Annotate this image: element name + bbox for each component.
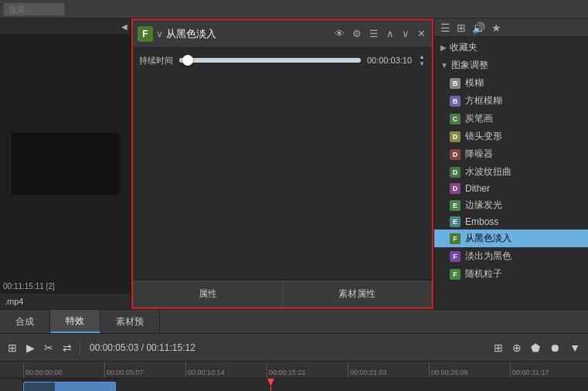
effect-item-label-0: 模糊: [465, 76, 484, 90]
toolbar-mark-btn[interactable]: ⬟: [528, 340, 543, 355]
category-image-arrow: ▼: [440, 61, 448, 70]
effect-title: 从黑色淡入: [166, 27, 330, 41]
effect-dot-8: E: [450, 216, 461, 227]
effect-item-label-9: 从黑色淡入: [465, 232, 512, 245]
tab-composite[interactable]: 合成: [0, 310, 50, 333]
tab-effects[interactable]: 特效: [50, 310, 100, 333]
time-display: 00:00:05:03 / 00:11:15:12: [90, 342, 195, 353]
collapse-button[interactable]: ◀: [121, 22, 127, 31]
category-image-label: 图象调整: [451, 59, 488, 72]
toolbar-record-btn[interactable]: ⏺: [546, 340, 563, 355]
toolbar-dropdown-btn[interactable]: ▼: [566, 340, 583, 355]
effect-dot-6: D: [450, 183, 461, 194]
category-favorites[interactable]: ▶ 收藏夹: [434, 39, 588, 56]
effect-menu-btn[interactable]: ☰: [368, 26, 380, 41]
effect-list-item-8[interactable]: EEmboss: [434, 214, 588, 230]
effects-list: ▶ 收藏夹 ▼ 图象调整 B模糊B方框模糊C炭笔画D镜头变形D降噪器D水波纹扭曲…: [434, 37, 588, 309]
duration-value: 00:00:03:10: [367, 56, 412, 65]
duration-spin-down[interactable]: ▼: [418, 61, 426, 67]
duration-label: 持续时间: [139, 55, 173, 66]
file-name-label: .mp4: [0, 294, 131, 309]
duration-slider-track[interactable]: [179, 58, 361, 63]
effect-list-item-10[interactable]: F淡出为黑色: [434, 247, 588, 265]
bottom-tabs-row: 合成 特效 素材预: [0, 309, 588, 334]
effect-item-label-7: 边缘发光: [465, 199, 502, 212]
playhead[interactable]: [270, 379, 271, 391]
left-panel: ◀ 00:11:15:11 [2] .mp4: [0, 19, 131, 309]
ruler-mark-2: 00:00:10:14: [185, 362, 267, 378]
search-input[interactable]: [3, 2, 65, 16]
effect-item-label-10: 淡出为黑色: [465, 250, 512, 263]
tab-material-properties[interactable]: 素材属性: [283, 280, 433, 308]
effect-settings-btn[interactable]: ⚙: [351, 26, 363, 41]
effect-dot-5: D: [450, 167, 461, 178]
track-lock-label: 🔒: [0, 379, 23, 391]
top-bar: [0, 0, 588, 19]
effect-delete-btn[interactable]: ✕: [416, 26, 427, 41]
effect-badge: F: [138, 26, 153, 42]
effect-dot-3: D: [450, 131, 461, 142]
effect-list-item-4[interactable]: D降噪器: [434, 145, 588, 163]
effect-icons: 👁 ⚙ ☰ ∧ ∨ ✕: [333, 26, 427, 41]
preview-timestamp: 00:11:15:11 [2]: [3, 282, 55, 291]
effect-dot-0: B: [450, 78, 461, 89]
effect-list-item-9[interactable]: F从黑色淡入: [434, 230, 588, 247]
effect-item-label-5: 水波纹扭曲: [465, 165, 512, 178]
tab-material-preview[interactable]: 素材预: [100, 310, 160, 333]
tab-properties[interactable]: 属性: [133, 280, 283, 308]
star-btn[interactable]: ★: [490, 22, 503, 34]
effect-dot-4: D: [450, 149, 461, 160]
effect-item-label-4: 降噪器: [465, 148, 493, 161]
duration-spinbox: ▲ ▼: [418, 54, 426, 67]
effect-list-item-6[interactable]: DDither: [434, 181, 588, 196]
toolbar-select-btn[interactable]: ▶: [23, 340, 38, 355]
ruler-mark-4: 00:00:21:03: [348, 362, 429, 378]
effect-list-item-11[interactable]: F随机粒子: [434, 265, 588, 283]
effect-move-up-btn[interactable]: ∧: [385, 26, 396, 41]
effect-expand-icon[interactable]: ∨: [156, 29, 163, 39]
effect-item-label-11: 随机粒子: [465, 267, 502, 280]
effect-list-item-5[interactable]: D水波纹扭曲: [434, 163, 588, 181]
category-favorites-label: 收藏夹: [450, 41, 478, 54]
effect-overlay-clip[interactable]: [23, 382, 116, 391]
effect-list-item-2[interactable]: C炭笔画: [434, 110, 588, 128]
duration-slider-thumb[interactable]: [182, 55, 193, 66]
effect-dot-11: F: [450, 269, 461, 280]
effect-item-label-8: Emboss: [465, 216, 498, 227]
list-view-btn[interactable]: ☰: [439, 22, 452, 34]
effect-visibility-btn[interactable]: 👁: [333, 26, 346, 41]
toolbar-snap-btn[interactable]: ⊞: [5, 340, 20, 355]
effect-dot-1: B: [450, 96, 461, 107]
track-content[interactable]: _.mp4 设置下淡入的效果: [23, 379, 588, 391]
effect-header: F ∨ 从黑色淡入 👁 ⚙ ☰ ∧ ∨ ✕: [133, 20, 432, 48]
effect-item-label-1: 方框模糊: [465, 94, 502, 107]
effect-list-item-1[interactable]: B方框模糊: [434, 92, 588, 110]
effect-item-label-6: Dither: [465, 183, 490, 194]
effect-move-down-btn[interactable]: ∨: [400, 26, 411, 41]
preview-area: 00:11:15:11 [2]: [0, 34, 131, 294]
audio-btn[interactable]: 🔊: [471, 22, 487, 34]
effect-list-item-7[interactable]: E边缘发光: [434, 196, 588, 214]
category-image-adjust[interactable]: ▼ 图象调整: [434, 56, 588, 74]
toolbar: ⊞ ▶ ✂ ⇄ 00:00:05:03 / 00:11:15:12 ⊞ ⊕ ⬟ …: [0, 334, 588, 362]
ruler-mark-5: 00:00:26:09: [429, 362, 510, 378]
effect-item-label-2: 炭笔画: [465, 112, 493, 125]
effect-list-item-0[interactable]: B模糊: [434, 74, 588, 92]
duration-spin-up[interactable]: ▲: [418, 54, 426, 60]
category-arrow: ▶: [440, 43, 447, 52]
toolbar-zoom-in-btn[interactable]: ⊕: [509, 340, 525, 355]
ruler-mark-0: 00:00:00:00: [23, 362, 104, 378]
toolbar-ripple-btn[interactable]: ⇄: [59, 340, 75, 355]
effect-list-item-3[interactable]: D镜头变形: [434, 128, 588, 145]
ruler-mark-3: 00:00:15:21: [267, 362, 348, 378]
toolbar-snap-to-btn[interactable]: ⊞: [491, 340, 506, 355]
effect-dot-10: F: [450, 251, 461, 262]
effect-item-label-3: 镜头变形: [465, 130, 502, 143]
grid-view-btn[interactable]: ⊞: [455, 22, 467, 34]
effect-dot-7: E: [450, 200, 461, 211]
timeline-tracks: 🔒 _.mp4 设置下淡入的效果: [0, 379, 588, 391]
right-panel: ☰ ⊞ 🔊 ★ ▶ 收藏夹 ▼ 图象调整 B模糊B方框模糊C炭笔画D镜头变形D降…: [433, 19, 588, 309]
preview-thumbnail: [12, 133, 120, 195]
toolbar-cut-btn[interactable]: ✂: [41, 340, 56, 355]
left-panel-header: ◀: [0, 19, 131, 34]
